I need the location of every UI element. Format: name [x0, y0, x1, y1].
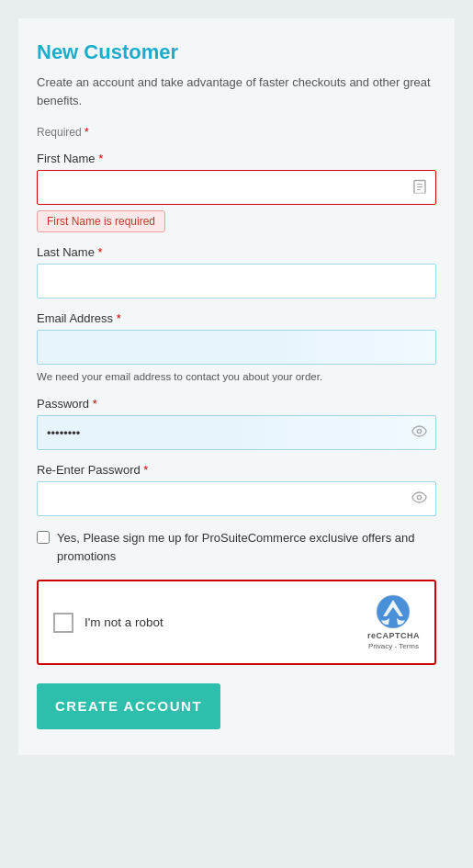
required-note: Required *: [37, 126, 436, 139]
reenter-password-input-wrapper: [37, 481, 436, 516]
password-input-wrapper: [37, 415, 436, 450]
reenter-password-input[interactable]: [37, 481, 436, 516]
recaptcha-checkbox[interactable]: [53, 613, 73, 633]
promo-checkbox-group: Yes, Please sign me up for ProSuiteComme…: [37, 529, 436, 565]
first-name-icon: [412, 179, 427, 197]
password-eye-icon[interactable]: [411, 425, 427, 440]
password-label: Password *: [37, 397, 436, 411]
recaptcha-text: I'm not a robot: [84, 615, 163, 629]
last-name-label: Last Name *: [37, 245, 436, 259]
email-label: Email Address *: [37, 311, 436, 325]
email-input-wrapper: [37, 330, 436, 365]
reenter-password-label: Re-Enter Password *: [37, 463, 436, 477]
recaptcha-links: Privacy - Terms: [368, 642, 419, 650]
first-name-group: First Name * First Name is required: [37, 152, 436, 232]
promo-checkbox-label: Yes, Please sign me up for ProSuiteComme…: [57, 529, 436, 565]
last-name-input[interactable]: [37, 264, 436, 299]
recaptcha-container[interactable]: I'm not a robot reCAPTCHA Privacy - Term…: [37, 580, 436, 665]
email-hint: We need your email address to contact yo…: [37, 369, 436, 384]
promo-checkbox[interactable]: [37, 531, 50, 544]
first-name-error: First Name is required: [37, 210, 165, 232]
create-account-button[interactable]: CREATE ACCOUNT: [37, 683, 220, 729]
first-name-input-wrapper: [37, 170, 436, 205]
page-title: New Customer: [37, 40, 436, 64]
svg-point-4: [417, 429, 421, 433]
first-name-input[interactable]: [37, 170, 436, 205]
reenter-password-group: Re-Enter Password *: [37, 463, 436, 516]
required-asterisk: *: [84, 126, 89, 139]
password-group: Password *: [37, 397, 436, 450]
email-group: Email Address * We need your email addre…: [37, 311, 436, 384]
recaptcha-right: reCAPTCHA Privacy - Terms: [367, 594, 420, 650]
last-name-group: Last Name *: [37, 245, 436, 299]
recaptcha-brand-label: reCAPTCHA: [367, 631, 420, 640]
last-name-input-wrapper: [37, 264, 436, 299]
subtitle: Create an account and take advantage of …: [37, 73, 436, 109]
first-name-label: First Name *: [37, 152, 436, 165]
recaptcha-left: I'm not a robot: [53, 613, 163, 633]
svg-point-5: [417, 495, 421, 499]
email-input[interactable]: [37, 330, 436, 365]
reenter-password-eye-icon[interactable]: [411, 491, 427, 506]
recaptcha-logo-icon: [376, 594, 411, 629]
form-container: New Customer Create an account and take …: [18, 18, 455, 755]
password-input[interactable]: [37, 415, 436, 450]
